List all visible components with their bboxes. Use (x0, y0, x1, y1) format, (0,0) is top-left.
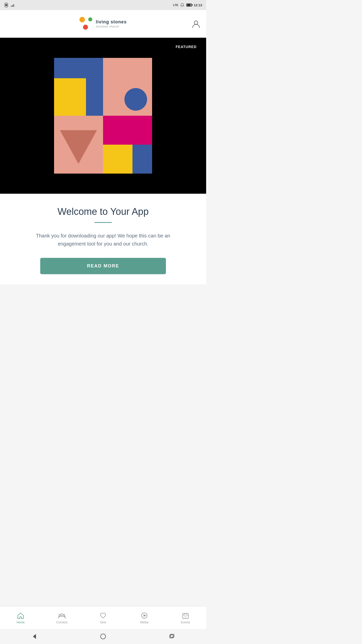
app-header: living stones christian church (0, 10, 206, 38)
artwork-circle (124, 88, 147, 111)
featured-badge: FEATURED (171, 43, 201, 51)
read-more-button[interactable]: READ MORE (40, 258, 166, 274)
svg-rect-4 (13, 4, 14, 7)
welcome-text: Thank you for downloading our app! We ho… (28, 232, 178, 248)
svg-rect-2 (11, 6, 12, 7)
artwork-cell-tr (103, 58, 152, 116)
battery-icon (186, 4, 192, 7)
svg-rect-3 (12, 5, 13, 7)
artwork-cell-tl (54, 58, 103, 116)
status-bar: LTE 12:13 (0, 0, 206, 10)
welcome-title: Welcome to Your App (10, 206, 196, 217)
content-section: Welcome to Your App Thank you for downlo… (0, 194, 206, 284)
logo-sub-text: christian church (96, 25, 127, 28)
sim-icon (4, 3, 9, 7)
bubble-red (83, 25, 88, 30)
status-right-icons: LTE 12:13 (173, 3, 202, 7)
network-type: LTE (173, 4, 178, 7)
signal-icon (11, 3, 15, 7)
bubble-orange (79, 17, 85, 22)
logo-main-text: living stones (96, 19, 127, 25)
logo-text: living stones christian church (96, 19, 127, 28)
logo-bubbles (79, 17, 93, 31)
status-left-icons (4, 3, 15, 7)
notification-icon (180, 3, 184, 7)
profile-button[interactable] (191, 19, 201, 29)
artwork-yellow-blue (103, 145, 152, 174)
artwork-cell-br (103, 116, 152, 174)
svg-marker-6 (60, 130, 97, 164)
person-icon (192, 19, 201, 28)
bubble-green (88, 17, 92, 21)
artwork-magenta (103, 116, 152, 145)
svg-point-5 (194, 21, 198, 24)
artwork-cell-bl (54, 116, 103, 174)
svg-rect-1 (5, 4, 7, 6)
time-display: 12:13 (194, 3, 202, 7)
featured-section: FEATURED (0, 38, 206, 194)
title-divider (94, 222, 112, 223)
logo-container: living stones christian church (79, 17, 127, 31)
love-artwork (54, 58, 152, 174)
artwork-triangle-svg (54, 116, 103, 171)
